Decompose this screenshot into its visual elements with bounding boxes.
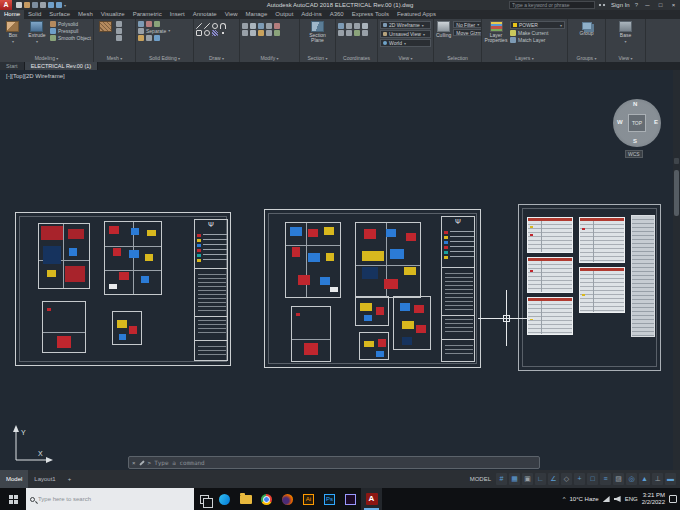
schedule-table-4[interactable]	[579, 217, 625, 263]
mesh-primitive-button[interactable]	[96, 20, 114, 32]
ribbon-tab-mesh[interactable]: Mesh	[74, 10, 97, 19]
rectangle-icon[interactable]	[196, 30, 202, 36]
arc-icon[interactable]	[220, 23, 226, 29]
save-icon[interactable]	[32, 2, 38, 8]
floor-plan-2a[interactable]	[285, 222, 341, 298]
smooth-less-button[interactable]	[116, 28, 122, 34]
point-icon[interactable]	[220, 30, 226, 36]
panel-name-view2[interactable]: View ▾	[606, 54, 645, 62]
new-icon[interactable]	[16, 2, 22, 8]
panel-name-coordinates[interactable]: Coordinates	[336, 54, 377, 62]
floor-plan-1a[interactable]	[38, 223, 90, 289]
taskbar-app-chrome[interactable]	[256, 488, 277, 510]
line-icon[interactable]	[196, 23, 202, 29]
fillet-icon[interactable]	[258, 30, 264, 36]
viewcube-top-face[interactable]: TOP	[628, 114, 646, 132]
panel-name-layers[interactable]: Layers ▾	[482, 54, 567, 62]
schedule-table-3[interactable]	[527, 297, 573, 335]
viewport-controls[interactable]: [-][Top][2D Wireframe]	[6, 73, 65, 79]
ribbon-tab-insert[interactable]: Insert	[166, 10, 189, 19]
ribbon-tab-annotate[interactable]: Annotate	[189, 10, 221, 19]
panel-name-view[interactable]: View ▾	[378, 54, 433, 62]
panel-name-section[interactable]: Section ▾	[300, 54, 335, 62]
presspull-button[interactable]: Presspull	[50, 28, 91, 34]
box-button[interactable]: Box ▾	[2, 20, 24, 44]
ellipse-icon[interactable]	[204, 30, 210, 36]
panel-name-draw[interactable]: Draw ▾	[194, 54, 239, 62]
ucs-axes-icon[interactable]: Y X	[8, 422, 54, 466]
schedule-table-5[interactable]	[579, 267, 625, 313]
shell-button[interactable]	[138, 35, 170, 41]
filter-dropdown[interactable]: No Filter▾	[453, 21, 482, 28]
polyline-icon[interactable]	[204, 23, 210, 29]
infocenter-search-input[interactable]	[509, 1, 595, 9]
language-label[interactable]: ENG	[625, 496, 638, 502]
ribbon-tab-surface[interactable]: Surface	[45, 10, 74, 19]
qat-dropdown-icon[interactable]: ▾	[64, 3, 66, 8]
group-button[interactable]: Group	[573, 20, 601, 36]
copy-icon[interactable]	[250, 23, 256, 29]
viewcube-north[interactable]: N	[633, 101, 637, 107]
undo-icon[interactable]	[48, 2, 54, 8]
tray-chevron-icon[interactable]: ^	[563, 496, 566, 502]
ribbon-tab-solid[interactable]: Solid	[24, 10, 45, 19]
viewcube-east[interactable]: E	[654, 119, 658, 125]
file-tab-start[interactable]: Start	[0, 62, 25, 70]
floor-plan-1b[interactable]	[104, 221, 162, 295]
detail-plan-2f[interactable]	[359, 332, 389, 360]
taskbar-search-input[interactable]	[38, 496, 190, 502]
vertical-scrollbar[interactable]	[673, 70, 680, 470]
ribbon-tab-view[interactable]: View	[221, 10, 242, 19]
file-tab-electrical[interactable]: ELECTRICAL Rev.00 (1)	[25, 62, 99, 70]
network-icon[interactable]	[603, 496, 610, 502]
circle-icon[interactable]	[212, 23, 218, 29]
autocad-app-button[interactable]: A	[0, 0, 12, 10]
clock[interactable]: 3:21 PM 2/2/2022	[642, 492, 665, 506]
ribbon-tab-a360[interactable]: A360	[326, 10, 348, 19]
ribbon-tab-manage[interactable]: Manage	[242, 10, 272, 19]
mirror-icon[interactable]	[250, 30, 256, 36]
command-line[interactable]: × >	[128, 456, 540, 469]
panel-name-selection[interactable]: Selection	[434, 54, 481, 62]
erase-icon[interactable]	[242, 30, 248, 36]
search-binoculars-icon[interactable]	[598, 2, 606, 8]
ribbon-tab-featured-apps[interactable]: Featured Apps	[393, 10, 440, 19]
mesh-refine-button[interactable]	[116, 35, 122, 41]
3d-object-snap-icon[interactable]: ▲	[639, 473, 650, 485]
isodraft-icon[interactable]: ◇	[561, 473, 572, 485]
sheet-3[interactable]	[518, 204, 661, 371]
viewcube-west[interactable]: W	[617, 119, 623, 125]
taskbar-app-edge[interactable]	[214, 488, 235, 510]
weather-label[interactable]: 10°C Haze	[570, 496, 599, 502]
layer-properties-button[interactable]: Layer Properties	[484, 20, 508, 43]
taskbar-app-firefox[interactable]	[277, 488, 298, 510]
move-icon[interactable]	[242, 23, 248, 29]
ribbon-tab-express-tools[interactable]: Express Tools	[348, 10, 393, 19]
ucs-previous-icon[interactable]	[354, 23, 360, 29]
annotation-visibility-icon[interactable]: ▬	[665, 473, 676, 485]
polysolid-button[interactable]: Polysolid	[50, 21, 91, 27]
taskbar-app-explorer[interactable]	[235, 488, 256, 510]
panel-name-modeling[interactable]: Modeling ▾	[0, 54, 93, 62]
smooth-more-button[interactable]	[116, 21, 122, 27]
taskbar-app-premiere[interactable]	[340, 488, 361, 510]
gizmo-dropdown[interactable]: Move Gizmo▾	[453, 29, 482, 36]
layout1-tab[interactable]: Layout1	[28, 470, 61, 488]
redo-icon[interactable]	[56, 2, 62, 8]
detail-plan-2e[interactable]	[393, 296, 431, 350]
ribbon-tab-output[interactable]: Output	[271, 10, 297, 19]
ortho-icon[interactable]: ∟	[535, 473, 546, 485]
taskbar-app-photoshop[interactable]: Ps	[319, 488, 340, 510]
named-view-dropdown[interactable]: Unsaved View▾	[380, 30, 431, 38]
viewcube-south[interactable]: S	[633, 138, 637, 144]
smooth-object-button[interactable]: Smooth Object	[50, 35, 91, 41]
taskbar-search[interactable]	[26, 488, 194, 510]
ribbon-tab-home[interactable]: Home	[0, 10, 24, 19]
object-snap-icon[interactable]: □	[587, 473, 598, 485]
open-icon[interactable]	[24, 2, 30, 8]
offset-icon[interactable]	[266, 30, 272, 36]
schedule-table-1[interactable]	[527, 217, 573, 253]
sheet-1[interactable]: Ψ	[15, 212, 231, 366]
title-block-2[interactable]: Ψ	[441, 216, 475, 362]
polar-tracking-icon[interactable]: ∠	[548, 473, 559, 485]
